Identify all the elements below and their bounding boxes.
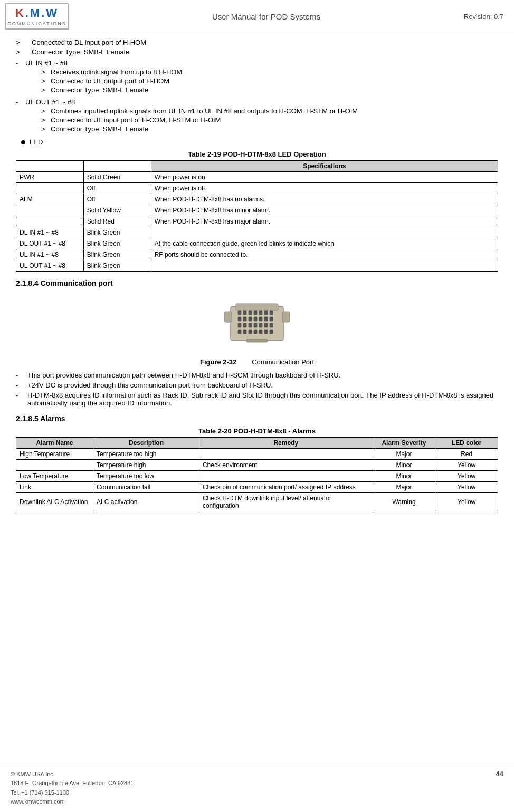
table-row: Temperature highCheck environmentMinorYe… <box>16 460 498 471</box>
footer-company-info: © KMW USA Inc. 1818 E. Orangethrope Ave,… <box>11 770 134 807</box>
footer-address: 1818 E. Orangethrope Ave, Fullerton, CA … <box>11 779 134 788</box>
alarm-table: Alarm Name Description Remedy Alarm Seve… <box>16 437 498 511</box>
table-row: Downlink ALC ActivationALC activationChe… <box>16 493 498 511</box>
alarm-col2: Temperature too high <box>93 449 199 460</box>
arrow-icon: > <box>41 68 51 76</box>
table-row: High TemperatureTemperature too highMajo… <box>16 449 498 460</box>
ul-out-sub-list: > Combines inputted uplink signals from … <box>41 107 358 133</box>
svg-rect-7 <box>264 311 268 315</box>
page-number: 44 <box>496 770 503 807</box>
arrow-icon: > <box>41 116 51 124</box>
page-footer: © KMW USA Inc. 1818 E. Orangethrope Ave,… <box>0 767 514 807</box>
alarm-col2: ALC activation <box>93 493 199 511</box>
arrow-icon: > <box>16 38 32 46</box>
svg-rect-16 <box>238 323 241 327</box>
ul-in-list: - UL IN #1 ~ #8 > Receives uplink signal… <box>16 59 498 95</box>
list-item-ul-in: - UL IN #1 ~ #8 > Receives uplink signal… <box>16 59 498 95</box>
svg-rect-22 <box>270 323 273 327</box>
ul-in-sub-list: > Receives uplink signal from up to 8 H-… <box>41 68 182 94</box>
svg-rect-21 <box>264 323 268 327</box>
list-item: > Connector Type: SMB-L Female <box>16 48 498 56</box>
arrow-icon: > <box>41 77 51 85</box>
led-col1: UL IN #1 ~ #8 <box>16 249 84 260</box>
led-col2: Off <box>83 194 151 205</box>
logo: K.M.W COMMUNICATIONS <box>5 3 69 30</box>
alarm-col2: Communication fail <box>93 482 199 493</box>
led-table-caption: Table 2-19 POD-H-DTM-8x8 LED Operation <box>16 150 498 158</box>
svg-rect-29 <box>270 330 273 334</box>
led-col1 <box>16 216 84 227</box>
led-col2: Solid Yellow <box>83 205 151 216</box>
figure-232-container: Figure 2-32 Communication Port <box>16 296 498 366</box>
alarm-col3: Check pin of communication port/ assigne… <box>199 482 373 493</box>
header-title: User Manual for POD Systems <box>69 12 464 21</box>
sub-list-item: > Connector Type: SMB-L Female <box>41 125 358 133</box>
led-col2: Blink Green <box>83 227 151 238</box>
led-col3 <box>151 260 498 272</box>
table-row: Solid RedWhen POD-H-DTM-8x8 has major al… <box>16 216 498 227</box>
list-item-ul-out: - UL OUT #1 ~ #8 > Combines inputted upl… <box>16 98 498 134</box>
desc-item-1: - This port provides communication path … <box>16 371 498 379</box>
dash-icon: - <box>16 381 27 389</box>
led-col2: Solid Green <box>83 172 151 183</box>
alarm-col4: Minor <box>373 460 435 471</box>
alarm-col4-header: Alarm Severity <box>373 438 435 449</box>
table-row: UL IN #1 ~ #8Blink GreenRF ports should … <box>16 249 498 260</box>
svg-rect-2 <box>238 311 241 315</box>
svg-rect-18 <box>249 323 252 327</box>
page-header: K.M.W COMMUNICATIONS User Manual for POD… <box>0 0 514 33</box>
alarm-col4: Minor <box>373 471 435 482</box>
alarm-col1 <box>16 460 93 471</box>
svg-rect-23 <box>238 330 241 334</box>
svg-rect-27 <box>259 330 262 334</box>
desc-item-2: - +24V DC is provided through this commu… <box>16 381 498 389</box>
svg-rect-32 <box>246 339 268 342</box>
footer-web: www.kmwcomm.com <box>11 797 134 807</box>
svg-rect-12 <box>254 317 257 321</box>
sub-list-item: > Combines inputted uplink signals from … <box>41 107 358 115</box>
logo-text: K.M.W <box>15 6 59 20</box>
alarm-col3 <box>199 449 373 460</box>
led-col2: Blink Green <box>83 238 151 249</box>
alarm-col2: Temperature high <box>93 460 199 471</box>
bullet-dot-icon <box>21 140 25 144</box>
ul-out-list: - UL OUT #1 ~ #8 > Combines inputted upl… <box>16 98 498 134</box>
table-row: LinkCommunication failCheck pin of commu… <box>16 482 498 493</box>
alarm-col1: Link <box>16 482 93 493</box>
alarm-col4: Major <box>373 449 435 460</box>
top-bullet-list: > Connected to DL input port of H-HOM > … <box>16 38 498 56</box>
comm-desc-list: - This port provides communication path … <box>16 371 498 407</box>
alarm-col5: Yellow <box>435 471 498 482</box>
alarm-col2: Temperature too low <box>93 471 199 482</box>
alarm-col5: Red <box>435 449 498 460</box>
sub-list-item: > Receives uplink signal from up to 8 H-… <box>41 68 182 76</box>
desc-item-3: - H-DTM-8x8 acquires ID information such… <box>16 391 498 407</box>
svg-rect-9 <box>238 317 241 321</box>
alarm-col5-header: LED color <box>435 438 498 449</box>
led-col1: DL OUT #1 ~ #8 <box>16 238 84 249</box>
led-col3: When power is on. <box>151 172 498 183</box>
svg-rect-4 <box>249 311 252 315</box>
table-row: OffWhen power is off. <box>16 183 498 194</box>
led-col1 <box>16 205 84 216</box>
header-revision: Revision: 0.7 <box>464 13 503 21</box>
alarm-col4: Warning <box>373 493 435 511</box>
arrow-icon: > <box>41 107 51 115</box>
alarm-col5: Yellow <box>435 460 498 471</box>
led-col3: When POD-H-DTM-8x8 has no alarms. <box>151 194 498 205</box>
svg-rect-19 <box>254 323 257 327</box>
led-col3 <box>151 227 498 238</box>
section-2184-heading: 2.1.8.4 Communication port <box>16 279 498 287</box>
list-item: > Connected to DL input port of H-HOM <box>16 38 498 46</box>
table-row: Solid YellowWhen POD-H-DTM-8x8 has minor… <box>16 205 498 216</box>
svg-rect-3 <box>243 311 246 315</box>
svg-rect-20 <box>259 323 262 327</box>
svg-rect-17 <box>243 323 246 327</box>
svg-rect-31 <box>282 312 290 322</box>
alarm-col3 <box>199 471 373 482</box>
led-table: Specifications PWRSolid GreenWhen power … <box>16 160 498 272</box>
led-table-header: Specifications <box>151 161 498 172</box>
svg-rect-11 <box>249 317 252 321</box>
alarm-col3: Check H-DTM downlink input level/ attenu… <box>199 493 373 511</box>
dash-icon: - <box>16 59 25 95</box>
